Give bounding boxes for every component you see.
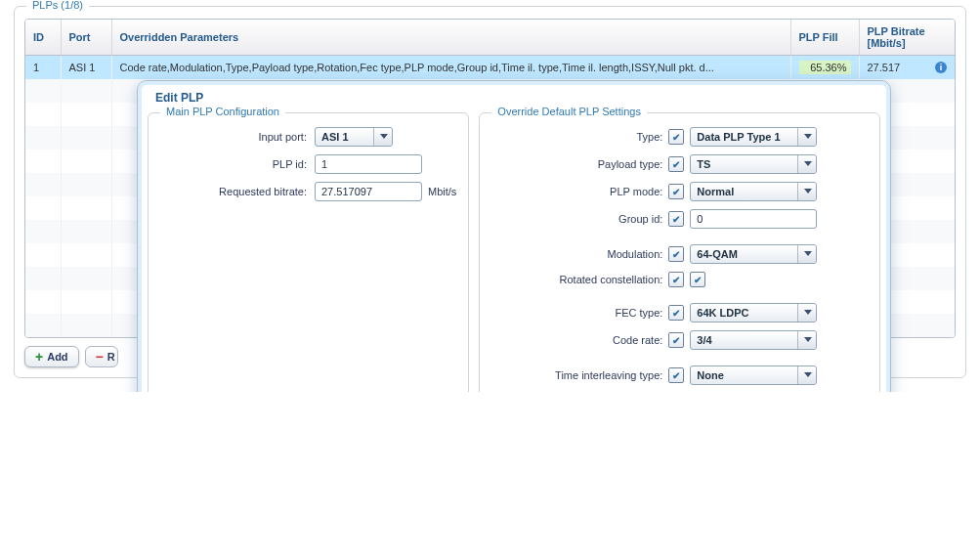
label-fec: FEC type: (491, 307, 668, 319)
plp-id-input[interactable]: 1 (315, 154, 422, 174)
remove-button-label: R (107, 351, 115, 363)
col-bitrate[interactable]: PLP Bitrate [Mbit/s] (859, 20, 955, 56)
minus-icon: − (96, 350, 104, 364)
table-row[interactable]: 1 ASI 1 Code rate,Modulation,Type,Payloa… (25, 56, 955, 80)
label-mod: Modulation: (491, 248, 668, 260)
add-button-label: Add (47, 351, 67, 363)
label-req-bitrate: Requested bitrate: (160, 186, 315, 197)
cell-id: 1 (25, 56, 61, 80)
grid-header-row: ID Port Overridden Parameters PLP Fill P… (25, 20, 955, 56)
chevron-down-icon (804, 189, 812, 194)
payload-select[interactable]: TS (690, 154, 817, 174)
label-tiltype: Time interleaving type: (491, 369, 668, 381)
mode-select[interactable]: Normal (690, 182, 817, 201)
col-port[interactable]: Port (61, 20, 111, 56)
label-type: Type: (491, 131, 668, 143)
col-params[interactable]: Overridden Parameters (111, 20, 790, 56)
cell-params: Code rate,Modulation,Type,Payload type,R… (111, 56, 790, 80)
chevron-down-icon (804, 134, 812, 139)
checkbox-tiltype[interactable] (668, 367, 684, 383)
plps-section-title: PLPs (1/8) (26, 0, 89, 11)
cell-bitrate: 27.517i (859, 56, 955, 80)
label-payload: Payload type: (491, 158, 668, 170)
main-plp-config-title: Main PLP Configuration (160, 106, 285, 117)
label-group: Group id: (491, 213, 668, 225)
checkbox-group[interactable] (668, 211, 684, 227)
group-input[interactable]: 0 (690, 209, 817, 229)
chevron-down-icon (804, 337, 812, 342)
app-root: PLPs (1/8) ID Port Overridden Parameters… (0, 0, 980, 392)
til-type-select[interactable]: None (690, 366, 817, 385)
code-rate-select[interactable]: 3/4 (690, 330, 817, 350)
main-plp-config-panel: Main PLP Configuration Input port: ASI 1… (148, 112, 469, 392)
req-bitrate-input[interactable]: 27.517097 (315, 182, 422, 201)
override-settings-panel: Override Default PLP Settings Type: Data… (479, 112, 880, 392)
label-input-port: Input port: (160, 131, 315, 143)
checkbox-mode[interactable] (668, 184, 684, 199)
checkbox-rot-enable[interactable] (668, 272, 684, 287)
chevron-down-icon (380, 134, 388, 139)
add-button[interactable]: + Add (24, 346, 79, 367)
type-select[interactable]: Data PLP Type 1 (690, 127, 817, 147)
checkbox-fec[interactable] (668, 305, 684, 321)
chevron-down-icon (804, 251, 812, 256)
remove-button[interactable]: − R (85, 346, 118, 367)
chevron-down-icon (804, 161, 812, 166)
chevron-down-icon (804, 372, 812, 377)
checkbox-cr[interactable] (668, 332, 684, 348)
fill-value: 65.36% (799, 61, 851, 74)
fec-select[interactable]: 64K LDPC (690, 303, 817, 322)
checkbox-type[interactable] (668, 129, 684, 145)
cell-fill: 65.36% (790, 56, 859, 80)
col-fill[interactable]: PLP Fill (790, 20, 859, 56)
label-rot: Rotated constellation: (491, 274, 668, 285)
unit-mbits: Mbit/s (428, 186, 456, 197)
label-cr: Code rate: (491, 334, 668, 346)
override-settings-title: Override Default PLP Settings (491, 106, 647, 117)
info-icon[interactable]: i (935, 62, 947, 73)
label-mode: PLP mode: (491, 186, 668, 197)
plus-icon: + (35, 350, 43, 364)
edit-plp-dialog: Edit PLP Main PLP Configuration Input po… (137, 80, 891, 392)
checkbox-mod[interactable] (668, 246, 684, 262)
label-plp-id: PLP id: (160, 158, 315, 170)
checkbox-rot-value[interactable] (690, 272, 705, 287)
chevron-down-icon (804, 310, 812, 315)
col-id[interactable]: ID (25, 20, 61, 56)
modulation-select[interactable]: 64-QAM (690, 244, 817, 264)
cell-port: ASI 1 (61, 56, 111, 80)
input-port-select[interactable]: ASI 1 (315, 127, 393, 147)
checkbox-payload[interactable] (668, 156, 684, 172)
